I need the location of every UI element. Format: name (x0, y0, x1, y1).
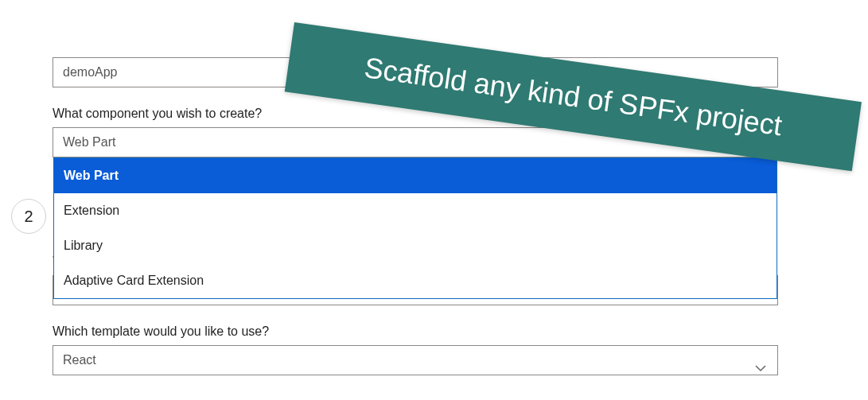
component-type-dropdown: Web Part Extension Library Adaptive Card… (53, 157, 777, 299)
template-select[interactable]: React (53, 345, 778, 375)
template-selected-value: React (63, 353, 96, 367)
template-label: Which template would you like to use? (53, 324, 778, 339)
chevron-down-icon (755, 355, 766, 367)
component-type-selected-value: Web Part (63, 135, 115, 149)
dropdown-option-extension[interactable]: Extension (54, 193, 777, 228)
step-badge: 2 (11, 199, 46, 234)
dropdown-option-web-part[interactable]: Web Part (54, 158, 777, 193)
dropdown-option-library[interactable]: Library (54, 228, 777, 263)
dropdown-option-adaptive-card-extension[interactable]: Adaptive Card Extension (54, 263, 777, 298)
